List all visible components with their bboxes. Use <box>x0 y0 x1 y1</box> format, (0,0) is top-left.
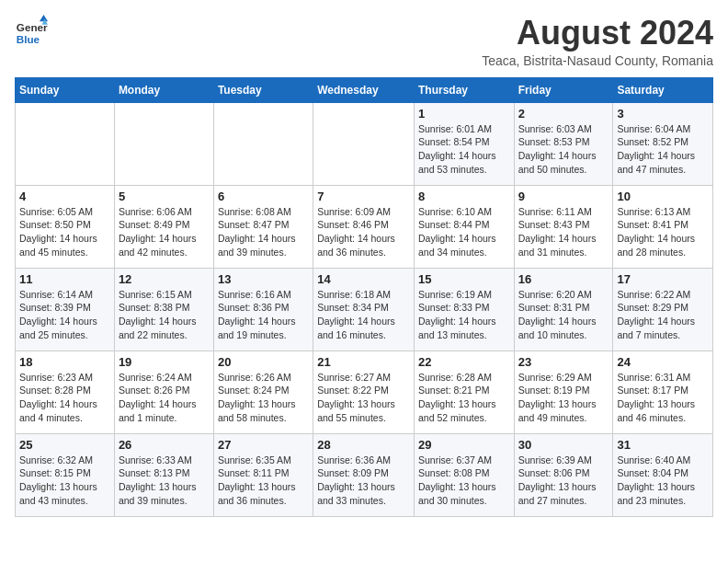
day-number: 27 <box>218 438 309 452</box>
calendar-week-row: 11Sunrise: 6:14 AM Sunset: 8:39 PM Dayli… <box>16 268 713 350</box>
calendar-table: SundayMondayTuesdayWednesdayThursdayFrid… <box>15 77 713 517</box>
day-number: 24 <box>617 355 709 369</box>
day-number: 5 <box>119 190 210 203</box>
day-number: 16 <box>518 272 609 286</box>
header-friday: Friday <box>514 77 613 102</box>
header-tuesday: Tuesday <box>213 77 313 102</box>
day-info: Sunrise: 6:31 AM Sunset: 8:17 PM Dayligh… <box>617 371 709 425</box>
day-info: Sunrise: 6:35 AM Sunset: 8:11 PM Dayligh… <box>218 454 309 508</box>
calendar-cell: 9Sunrise: 6:11 AM Sunset: 8:43 PM Daylig… <box>514 185 613 268</box>
calendar-cell: 17Sunrise: 6:22 AM Sunset: 8:29 PM Dayli… <box>613 268 713 350</box>
day-info: Sunrise: 6:40 AM Sunset: 8:04 PM Dayligh… <box>617 454 709 508</box>
header-wednesday: Wednesday <box>313 77 415 102</box>
day-info: Sunrise: 6:24 AM Sunset: 8:26 PM Dayligh… <box>119 371 210 425</box>
day-number: 29 <box>418 438 510 452</box>
calendar-cell: 27Sunrise: 6:35 AM Sunset: 8:11 PM Dayli… <box>213 433 313 516</box>
page-title: August 2024 <box>482 15 713 52</box>
calendar-cell <box>213 102 313 185</box>
day-info: Sunrise: 6:33 AM Sunset: 8:13 PM Dayligh… <box>119 454 210 508</box>
calendar-cell: 19Sunrise: 6:24 AM Sunset: 8:26 PM Dayli… <box>114 350 213 433</box>
day-number: 9 <box>518 190 609 203</box>
day-info: Sunrise: 6:09 AM Sunset: 8:46 PM Dayligh… <box>317 205 410 259</box>
calendar-cell: 22Sunrise: 6:28 AM Sunset: 8:21 PM Dayli… <box>414 350 514 433</box>
day-number: 3 <box>617 107 709 121</box>
calendar-cell: 11Sunrise: 6:14 AM Sunset: 8:39 PM Dayli… <box>16 268 115 350</box>
day-number: 13 <box>218 272 309 286</box>
day-number: 20 <box>218 355 309 369</box>
day-number: 14 <box>317 272 410 286</box>
svg-marker-2 <box>40 15 48 21</box>
day-info: Sunrise: 6:20 AM Sunset: 8:31 PM Dayligh… <box>518 288 609 342</box>
calendar-cell: 2Sunrise: 6:03 AM Sunset: 8:53 PM Daylig… <box>514 102 613 185</box>
calendar-cell: 8Sunrise: 6:10 AM Sunset: 8:44 PM Daylig… <box>414 185 514 268</box>
day-info: Sunrise: 6:37 AM Sunset: 8:08 PM Dayligh… <box>418 454 510 508</box>
calendar-cell <box>114 102 213 185</box>
calendar-cell: 13Sunrise: 6:16 AM Sunset: 8:36 PM Dayli… <box>213 268 313 350</box>
calendar-cell: 5Sunrise: 6:06 AM Sunset: 8:49 PM Daylig… <box>114 185 213 268</box>
day-info: Sunrise: 6:36 AM Sunset: 8:09 PM Dayligh… <box>317 454 410 508</box>
day-info: Sunrise: 6:01 AM Sunset: 8:54 PM Dayligh… <box>418 122 510 177</box>
calendar-cell: 12Sunrise: 6:15 AM Sunset: 8:38 PM Dayli… <box>114 268 213 350</box>
day-info: Sunrise: 6:18 AM Sunset: 8:34 PM Dayligh… <box>317 288 410 342</box>
day-info: Sunrise: 6:06 AM Sunset: 8:49 PM Dayligh… <box>119 205 210 259</box>
calendar-cell: 25Sunrise: 6:32 AM Sunset: 8:15 PM Dayli… <box>16 433 115 516</box>
logo: General Blue <box>15 15 48 48</box>
day-info: Sunrise: 6:04 AM Sunset: 8:52 PM Dayligh… <box>617 122 709 177</box>
calendar-cell <box>16 102 115 185</box>
day-number: 12 <box>119 272 210 286</box>
day-number: 6 <box>218 190 309 203</box>
calendar-cell: 26Sunrise: 6:33 AM Sunset: 8:13 PM Dayli… <box>114 433 213 516</box>
day-info: Sunrise: 6:39 AM Sunset: 8:06 PM Dayligh… <box>518 454 609 508</box>
calendar-cell: 20Sunrise: 6:26 AM Sunset: 8:24 PM Dayli… <box>213 350 313 433</box>
day-info: Sunrise: 6:28 AM Sunset: 8:21 PM Dayligh… <box>418 371 510 425</box>
day-info: Sunrise: 6:11 AM Sunset: 8:43 PM Dayligh… <box>518 205 609 259</box>
day-number: 10 <box>617 190 709 203</box>
day-info: Sunrise: 6:15 AM Sunset: 8:38 PM Dayligh… <box>119 288 210 342</box>
calendar-cell: 14Sunrise: 6:18 AM Sunset: 8:34 PM Dayli… <box>313 268 415 350</box>
calendar-week-row: 4Sunrise: 6:05 AM Sunset: 8:50 PM Daylig… <box>16 185 713 268</box>
day-info: Sunrise: 6:19 AM Sunset: 8:33 PM Dayligh… <box>418 288 510 342</box>
calendar-week-row: 18Sunrise: 6:23 AM Sunset: 8:28 PM Dayli… <box>16 350 713 433</box>
header-saturday: Saturday <box>613 77 713 102</box>
calendar-cell: 1Sunrise: 6:01 AM Sunset: 8:54 PM Daylig… <box>414 102 514 185</box>
logo-icon: General Blue <box>15 15 48 48</box>
day-info: Sunrise: 6:08 AM Sunset: 8:47 PM Dayligh… <box>218 205 309 259</box>
calendar-cell: 29Sunrise: 6:37 AM Sunset: 8:08 PM Dayli… <box>414 433 514 516</box>
day-info: Sunrise: 6:10 AM Sunset: 8:44 PM Dayligh… <box>418 205 510 259</box>
calendar-cell: 16Sunrise: 6:20 AM Sunset: 8:31 PM Dayli… <box>514 268 613 350</box>
day-number: 7 <box>317 190 410 203</box>
day-info: Sunrise: 6:23 AM Sunset: 8:28 PM Dayligh… <box>19 371 110 425</box>
day-number: 11 <box>19 272 110 286</box>
calendar-cell: 6Sunrise: 6:08 AM Sunset: 8:47 PM Daylig… <box>213 185 313 268</box>
day-number: 2 <box>518 107 609 121</box>
day-info: Sunrise: 6:29 AM Sunset: 8:19 PM Dayligh… <box>518 371 609 425</box>
day-number: 18 <box>19 355 110 369</box>
day-number: 23 <box>518 355 609 369</box>
day-number: 8 <box>418 190 510 203</box>
calendar-cell: 21Sunrise: 6:27 AM Sunset: 8:22 PM Dayli… <box>313 350 415 433</box>
calendar-week-row: 1Sunrise: 6:01 AM Sunset: 8:54 PM Daylig… <box>16 102 713 185</box>
calendar-cell: 4Sunrise: 6:05 AM Sunset: 8:50 PM Daylig… <box>16 185 115 268</box>
svg-text:Blue: Blue <box>17 33 40 45</box>
calendar-cell: 7Sunrise: 6:09 AM Sunset: 8:46 PM Daylig… <box>313 185 415 268</box>
day-number: 4 <box>19 190 110 203</box>
day-number: 22 <box>418 355 510 369</box>
header: General Blue August 2024 Teaca, Bistrita… <box>15 15 713 68</box>
day-number: 1 <box>418 107 510 121</box>
calendar-cell: 24Sunrise: 6:31 AM Sunset: 8:17 PM Dayli… <box>613 350 713 433</box>
calendar-cell <box>313 102 415 185</box>
day-info: Sunrise: 6:22 AM Sunset: 8:29 PM Dayligh… <box>617 288 709 342</box>
header-sunday: Sunday <box>16 77 115 102</box>
day-number: 15 <box>418 272 510 286</box>
day-info: Sunrise: 6:13 AM Sunset: 8:41 PM Dayligh… <box>617 205 709 259</box>
calendar-cell: 10Sunrise: 6:13 AM Sunset: 8:41 PM Dayli… <box>613 185 713 268</box>
calendar-cell: 15Sunrise: 6:19 AM Sunset: 8:33 PM Dayli… <box>414 268 514 350</box>
day-info: Sunrise: 6:16 AM Sunset: 8:36 PM Dayligh… <box>218 288 309 342</box>
calendar-cell: 30Sunrise: 6:39 AM Sunset: 8:06 PM Dayli… <box>514 433 613 516</box>
day-number: 31 <box>617 438 709 452</box>
day-number: 21 <box>317 355 410 369</box>
day-number: 26 <box>119 438 210 452</box>
day-info: Sunrise: 6:32 AM Sunset: 8:15 PM Dayligh… <box>19 454 110 508</box>
day-info: Sunrise: 6:27 AM Sunset: 8:22 PM Dayligh… <box>317 371 410 425</box>
calendar-cell: 18Sunrise: 6:23 AM Sunset: 8:28 PM Dayli… <box>16 350 115 433</box>
